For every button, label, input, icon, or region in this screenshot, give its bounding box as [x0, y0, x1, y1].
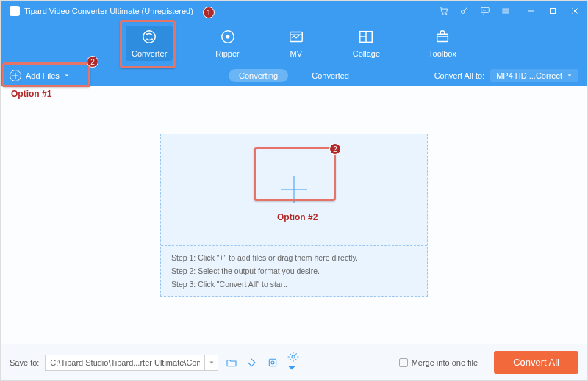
minimize-button[interactable]	[526, 6, 536, 16]
svg-rect-11	[290, 32, 302, 42]
add-files-label: Add Files	[26, 71, 60, 80]
save-path-field[interactable]	[45, 355, 218, 371]
tab-converted[interactable]: Converted	[301, 69, 359, 82]
nav-toolbox[interactable]: Toolbox	[423, 26, 462, 61]
plus-circle-icon	[10, 70, 21, 81]
gpu-icon[interactable]	[265, 355, 280, 370]
output-format-selector[interactable]: MP4 HD ...Correct	[490, 69, 578, 82]
svg-point-15	[271, 361, 274, 364]
app-logo-icon	[10, 6, 20, 16]
merge-checkbox[interactable]: Merge into one file	[399, 358, 478, 367]
save-path-input[interactable]	[46, 358, 204, 367]
svg-point-2	[461, 10, 465, 14]
annotation-label-option2: Option #2	[277, 212, 318, 222]
mv-icon	[288, 29, 304, 46]
menu-icon[interactable]	[501, 6, 511, 16]
nav-mv-label: MV	[290, 49, 302, 58]
caret-down-icon[interactable]	[204, 355, 218, 370]
caret-down-icon	[567, 73, 573, 79]
svg-point-10	[226, 35, 229, 38]
converter-icon	[141, 29, 157, 46]
nav-toolbox-label: Toolbox	[429, 49, 456, 58]
checkbox-icon	[399, 358, 408, 367]
svg-point-6	[487, 10, 487, 10]
nav-mv[interactable]: MV	[282, 26, 310, 61]
annotation-badge-1: 1	[203, 7, 215, 18]
settings-icon[interactable]	[286, 349, 301, 376]
nav-collage-label: Collage	[353, 49, 380, 58]
convert-all-button[interactable]: Convert All	[494, 351, 578, 374]
add-file-plus-button[interactable]	[281, 176, 307, 203]
annotation-label-option1: Option #1	[11, 89, 51, 99]
close-button[interactable]	[570, 6, 580, 16]
speed-icon[interactable]	[245, 355, 259, 370]
merge-label: Merge into one file	[412, 358, 478, 367]
svg-point-0	[442, 13, 443, 15]
svg-rect-14	[270, 359, 276, 366]
nav-converter[interactable]: Converter	[126, 26, 173, 61]
output-format-value: MP4 HD ...Correct	[496, 71, 562, 80]
caret-down-icon	[64, 71, 70, 80]
open-folder-icon[interactable]	[224, 355, 239, 370]
svg-point-16	[292, 355, 295, 358]
svg-point-1	[445, 13, 447, 15]
annotation-badge-2b: 2	[329, 143, 341, 155]
annotation-badge-2: 2	[87, 56, 98, 68]
instruction-step-1: Step 1: Click "+" to add files or drag t…	[171, 253, 417, 262]
nav-ripper-label: Ripper	[215, 49, 239, 58]
convert-all-to-label: Convert All to:	[434, 71, 484, 80]
cart-icon[interactable]	[439, 6, 449, 16]
svg-point-5	[485, 10, 486, 10]
maximize-button[interactable]	[548, 6, 558, 16]
save-to-label: Save to:	[10, 358, 39, 367]
svg-rect-13	[437, 34, 448, 41]
nav-collage[interactable]: Collage	[347, 26, 386, 61]
tab-converting[interactable]: Converting	[229, 69, 288, 82]
svg-rect-7	[551, 9, 556, 14]
svg-point-4	[483, 10, 484, 10]
instruction-step-3: Step 3: Click "Convert All" to start.	[171, 280, 417, 289]
collage-icon	[358, 29, 374, 46]
instruction-step-2: Step 2: Select the output format you des…	[171, 266, 417, 275]
feedback-icon[interactable]	[480, 6, 490, 16]
ripper-icon	[220, 29, 236, 46]
app-title: Tipard Video Converter Ultimate (Unregis…	[24, 7, 439, 15]
add-files-button[interactable]: Add Files	[10, 70, 70, 81]
toolbox-icon	[434, 29, 451, 46]
nav-ripper[interactable]: Ripper	[209, 26, 245, 61]
nav-converter-label: Converter	[132, 49, 167, 58]
svg-point-8	[143, 31, 156, 43]
key-icon[interactable]	[459, 6, 470, 16]
